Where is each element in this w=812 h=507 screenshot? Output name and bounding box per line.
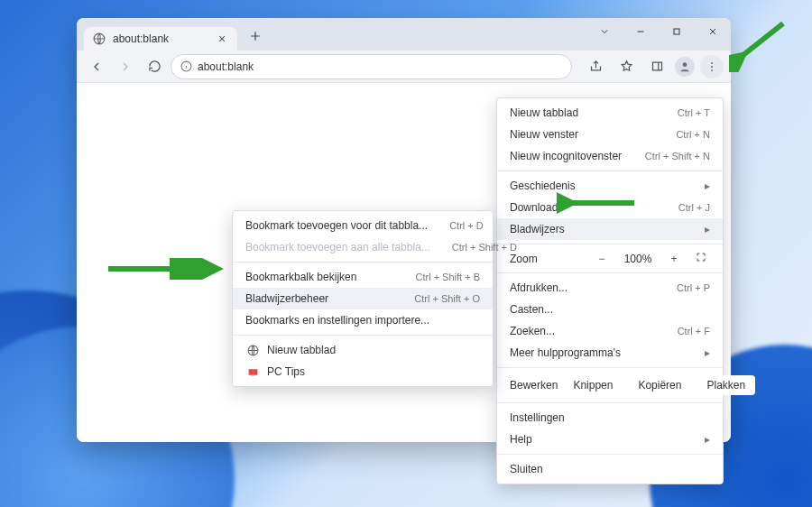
titlebar: about:blank × — [77, 18, 731, 51]
forward-button[interactable] — [113, 54, 138, 79]
tab-close-icon[interactable]: × — [216, 32, 228, 45]
submenu-bookmark-manager[interactable]: BladwijzerbeheerCtrl + Shift + O — [233, 288, 493, 309]
zoom-out-button[interactable]: − — [593, 253, 611, 265]
tab-title: about:blank — [113, 32, 208, 45]
globe-icon — [245, 345, 260, 356]
zoom-value: 100% — [620, 253, 656, 265]
paste-button[interactable]: Plakken — [697, 375, 755, 395]
maximize-button[interactable] — [664, 22, 689, 41]
menu-new-tab[interactable]: Nieuw tabbladCtrl + T — [497, 102, 723, 124]
annotation-arrow — [106, 258, 224, 280]
globe-icon — [93, 32, 106, 45]
svg-point-5 — [711, 61, 713, 63]
menu-more-tools[interactable]: Meer hulpprogramma's▸ — [497, 342, 723, 364]
new-tab-button[interactable] — [243, 23, 268, 49]
annotation-arrow — [557, 192, 638, 214]
menu-bookmarks[interactable]: Bladwijzers▸ — [497, 218, 723, 240]
toolbar — [77, 51, 731, 83]
svg-point-6 — [711, 66, 713, 68]
chevron-right-icon: ▸ — [705, 346, 710, 359]
copy-button[interactable]: Kopiëren — [628, 375, 691, 395]
menu-zoom: Zoom − 100% + — [497, 248, 723, 269]
browser-window: about:blank × Nieuw ta — [77, 18, 731, 442]
main-menu: Nieuw tabbladCtrl + T Nieuw vensterCtrl … — [496, 97, 724, 484]
minimize-button[interactable] — [628, 22, 653, 41]
svg-rect-10 — [251, 374, 254, 375]
chevron-right-icon: ▸ — [705, 223, 710, 235]
star-icon[interactable] — [614, 54, 639, 79]
share-icon[interactable] — [583, 54, 608, 79]
menu-new-window[interactable]: Nieuw vensterCtrl + N — [497, 124, 723, 145]
menu-find[interactable]: Zoeken...Ctrl + F — [497, 320, 723, 342]
info-icon — [180, 60, 192, 72]
tab[interactable]: about:blank × — [84, 27, 237, 51]
url-input[interactable] — [198, 60, 562, 73]
chevron-right-icon: ▸ — [705, 180, 710, 192]
submenu-import[interactable]: Bookmarks en instellingen importere... — [233, 309, 493, 331]
svg-rect-3 — [652, 62, 661, 70]
menu-print[interactable]: Afdrukken...Ctrl + P — [497, 277, 723, 299]
omnibox[interactable] — [171, 54, 572, 79]
reload-button[interactable] — [142, 54, 167, 79]
menu-help[interactable]: Help▸ — [497, 429, 723, 450]
zoom-in-button[interactable]: + — [665, 253, 683, 265]
submenu-show-bookmarkbar[interactable]: Bookmarkbalk bekijkenCtrl + Shift + B — [233, 266, 493, 288]
fullscreen-icon[interactable] — [692, 252, 710, 265]
back-button[interactable] — [84, 54, 109, 79]
bookmarks-submenu: Bookmark toevoegen voor dit tabbla...Ctr… — [232, 210, 494, 387]
close-button[interactable] — [700, 22, 725, 41]
menu-settings[interactable]: Instellingen — [497, 407, 723, 429]
submenu-bookmark-this[interactable]: Bookmark toevoegen voor dit tabbla...Ctr… — [233, 215, 493, 236]
svg-rect-9 — [248, 369, 257, 375]
chevron-right-icon: ▸ — [705, 433, 710, 446]
submenu-bookmark-item[interactable]: Nieuw tabblad — [233, 339, 493, 361]
menu-new-incognito[interactable]: Nieuw incognitovensterCtrl + Shift + N — [497, 145, 723, 167]
window-controls — [592, 22, 725, 41]
chevron-down-icon[interactable] — [592, 22, 617, 41]
svg-line-13 — [740, 23, 783, 58]
kebab-menu-button[interactable] — [700, 55, 724, 78]
pctips-icon — [245, 366, 260, 378]
profile-avatar[interactable] — [675, 57, 695, 77]
svg-rect-1 — [674, 29, 679, 34]
cut-button[interactable]: Knippen — [563, 375, 623, 395]
submenu-bookmark-all: Bookmark toevoegen aan alle tabbla...Ctr… — [233, 236, 493, 258]
menu-edit-row: Bewerken Knippen Kopiëren Plakken — [497, 372, 723, 399]
submenu-bookmark-item[interactable]: PC Tips — [233, 361, 493, 383]
menu-cast[interactable]: Casten... — [497, 299, 723, 320]
menu-exit[interactable]: Sluiten — [497, 458, 723, 480]
svg-point-7 — [711, 69, 713, 71]
svg-point-4 — [683, 62, 687, 67]
annotation-arrow — [729, 18, 792, 72]
sidepanel-icon[interactable] — [644, 54, 669, 79]
